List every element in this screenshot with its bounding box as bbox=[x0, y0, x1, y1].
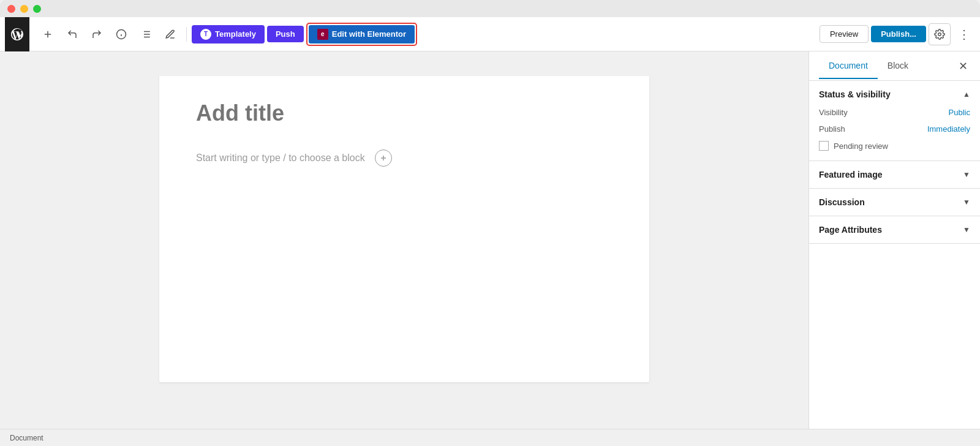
post-title-input[interactable] bbox=[196, 100, 612, 126]
panel-status-content: Visibility Public Publish Immediately Pe… bbox=[809, 108, 980, 161]
window-chrome bbox=[0, 0, 980, 17]
push-button[interactable]: Push bbox=[267, 26, 304, 42]
pen-icon bbox=[165, 29, 176, 40]
publish-row: Publish Immediately bbox=[819, 124, 970, 134]
visibility-label: Visibility bbox=[819, 108, 848, 117]
templately-icon: T bbox=[200, 29, 211, 40]
publish-schedule-value[interactable]: Immediately bbox=[927, 124, 970, 134]
sidebar-tabs: Document Block ✕ bbox=[809, 51, 980, 81]
list-view-button[interactable] bbox=[135, 23, 157, 45]
publish-label: Publish... bbox=[881, 29, 916, 39]
discussion-title: Discussion bbox=[819, 197, 865, 207]
chevron-down-icon-featured: ▼ bbox=[963, 170, 970, 179]
traffic-light-maximize[interactable] bbox=[33, 5, 41, 13]
chevron-up-icon: ▲ bbox=[963, 90, 970, 99]
featured-image-title: Featured image bbox=[819, 170, 882, 180]
status-bar: Document bbox=[0, 429, 980, 446]
settings-button[interactable] bbox=[929, 23, 951, 45]
page-attributes-title: Page Attributes bbox=[819, 225, 882, 235]
undo-icon bbox=[67, 29, 78, 40]
tab-group: Document Block bbox=[819, 53, 918, 79]
tools-button[interactable] bbox=[159, 23, 181, 45]
block-placeholder-text: Start writing or type / to choose a bloc… bbox=[196, 153, 365, 164]
panel-page-attributes-header[interactable]: Page Attributes ▼ bbox=[809, 216, 980, 243]
info-button[interactable] bbox=[110, 23, 132, 45]
chevron-down-icon-page-attr: ▼ bbox=[963, 225, 970, 234]
redo-button[interactable] bbox=[86, 23, 108, 45]
panel-page-attributes: Page Attributes ▼ bbox=[809, 216, 980, 244]
toolbar: T Templately Push e Edit with Elementor … bbox=[0, 17, 980, 51]
publish-label: Publish bbox=[819, 124, 845, 134]
publish-button[interactable]: Publish... bbox=[871, 26, 926, 42]
tab-block-label: Block bbox=[888, 61, 908, 70]
elementor-icon: e bbox=[317, 29, 328, 40]
panel-featured-image-header[interactable]: Featured image ▼ bbox=[809, 161, 980, 188]
sidebar-close-button[interactable]: ✕ bbox=[956, 57, 970, 75]
add-block-inline-button[interactable] bbox=[375, 149, 392, 167]
chevron-down-icon-discussion: ▼ bbox=[963, 198, 970, 206]
close-icon: ✕ bbox=[959, 60, 968, 72]
toolbar-divider-1 bbox=[186, 27, 187, 42]
panel-status-title: Status & visibility bbox=[819, 89, 891, 99]
list-icon bbox=[140, 29, 151, 40]
traffic-light-close[interactable] bbox=[7, 5, 15, 13]
block-placeholder: Start writing or type / to choose a bloc… bbox=[196, 145, 612, 172]
panel-featured-image: Featured image ▼ bbox=[809, 161, 980, 189]
more-dots-icon: ⋮ bbox=[958, 27, 970, 42]
svg-point-11 bbox=[938, 32, 941, 36]
traffic-light-minimize[interactable] bbox=[20, 5, 28, 13]
panel-discussion-header[interactable]: Discussion ▼ bbox=[809, 189, 980, 216]
add-inline-icon bbox=[379, 154, 388, 162]
visibility-value[interactable]: Public bbox=[949, 108, 970, 117]
tab-block[interactable]: Block bbox=[878, 53, 918, 79]
elementor-label: Edit with Elementor bbox=[332, 29, 406, 39]
settings-gear-icon bbox=[934, 29, 945, 40]
panel-discussion: Discussion ▼ bbox=[809, 189, 980, 216]
panel-status-visibility-header[interactable]: Status & visibility ▲ bbox=[809, 81, 980, 108]
panel-status-visibility: Status & visibility ▲ Visibility Public … bbox=[809, 81, 980, 161]
elementor-button[interactable]: e Edit with Elementor bbox=[309, 25, 415, 43]
templately-button[interactable]: T Templately bbox=[192, 25, 265, 43]
plus-icon bbox=[42, 29, 53, 40]
undo-button[interactable] bbox=[61, 23, 83, 45]
wordpress-logo[interactable] bbox=[5, 17, 29, 51]
pending-review-label: Pending review bbox=[834, 142, 888, 151]
editor-area: Start writing or type / to choose a bloc… bbox=[0, 51, 809, 429]
preview-label: Preview bbox=[830, 29, 858, 39]
preview-button[interactable]: Preview bbox=[820, 25, 869, 43]
pending-review-checkbox[interactable] bbox=[819, 141, 829, 151]
sidebar: Document Block ✕ Status & visibility ▲ V… bbox=[809, 51, 980, 429]
tab-document[interactable]: Document bbox=[819, 53, 878, 79]
main-layout: Start writing or type / to choose a bloc… bbox=[0, 51, 980, 429]
pending-review-row: Pending review bbox=[819, 141, 970, 151]
visibility-row: Visibility Public bbox=[819, 108, 970, 117]
tab-document-label: Document bbox=[829, 61, 868, 70]
elementor-button-wrapper: e Edit with Elementor bbox=[306, 23, 417, 46]
editor-content: Start writing or type / to choose a bloc… bbox=[159, 76, 649, 382]
wp-logo-icon bbox=[10, 27, 24, 42]
templately-label: Templately bbox=[215, 29, 256, 39]
more-options-button[interactable]: ⋮ bbox=[953, 23, 975, 45]
info-icon bbox=[116, 29, 127, 40]
add-block-toolbar-button[interactable] bbox=[37, 23, 59, 45]
push-label: Push bbox=[276, 29, 295, 39]
redo-icon bbox=[91, 29, 102, 40]
status-bar-text: Document bbox=[10, 434, 43, 442]
